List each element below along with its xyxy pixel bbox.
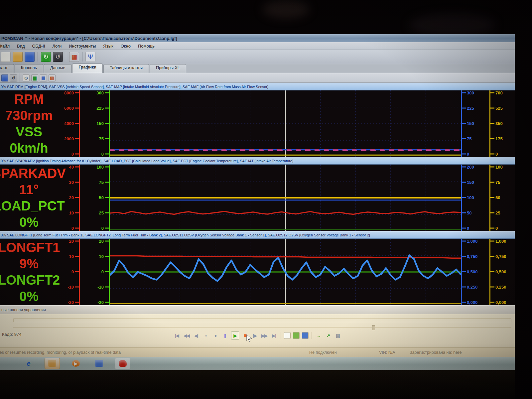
menu-Помощь[interactable]: Помощь (134, 43, 158, 49)
record-pause-button[interactable]: • (202, 332, 209, 339)
bezel-reflection (409, 13, 495, 37)
save-log-button[interactable] (302, 332, 309, 339)
axis-tick: 0,750 (462, 254, 478, 259)
tab-Старт[interactable]: Старт (0, 64, 14, 73)
timeline-slider[interactable] (13, 327, 511, 328)
transport-separator (312, 332, 312, 339)
export-forward-button[interactable]: → (315, 332, 322, 339)
menu-ОБД-II[interactable]: ОБД-II (29, 43, 49, 49)
timeline-slider-thumb[interactable] (372, 325, 375, 330)
param-name: LONGFT1 (0, 241, 60, 254)
save-icon[interactable] (25, 52, 35, 62)
frame-counter: Кадр: 974 (2, 332, 22, 337)
tab-Графики[interactable]: Графики (72, 64, 103, 73)
param-name: LONGFT2 (0, 273, 60, 287)
step-back-button[interactable]: ◀| (193, 332, 200, 339)
gauge-icon[interactable]: ⊙ (23, 74, 30, 81)
menu-Логи[interactable]: Логи (49, 43, 66, 49)
disconnect-icon[interactable]: ↺ (53, 52, 63, 62)
axis-tick: 0 (101, 269, 109, 274)
menu-bar: ФайлВидОБД-IIЛогиИнструментыЯзыкОкноПомо… (0, 42, 515, 50)
panel-header[interactable]: 0% SAE.SPARKADV [Ignition Timing Advance… (0, 157, 515, 165)
export-grid-button[interactable]: ▤ (334, 332, 341, 339)
axis-tick: -10 (67, 285, 79, 290)
axis-tick: 75 (99, 136, 109, 141)
axis-longft1: 20100-10-20 (63, 239, 80, 305)
axis-tick: 300 (96, 90, 109, 95)
dock-panels-bar[interactable]: ные панели управления (0, 305, 515, 314)
tab-Таблицы и карты[interactable]: Таблицы и карты (103, 64, 149, 73)
axis-tick: 75 (99, 180, 109, 185)
axis-map: 300225150750 (461, 90, 484, 157)
new-file-icon[interactable] (1, 52, 11, 62)
rewind-button[interactable]: ◀◀ (183, 332, 190, 339)
tab-Приборы XL[interactable]: Приборы XL (150, 64, 186, 73)
skip-end-button[interactable]: ▶| (270, 332, 278, 339)
skip-start-button[interactable]: |◀ (173, 332, 181, 339)
tab-Данные[interactable]: Данные (44, 64, 71, 73)
axis-tick: -10 (97, 285, 109, 290)
fast-forward-button[interactable]: ▶▶ (261, 332, 268, 339)
menu-Файл[interactable]: Файл (0, 43, 13, 49)
graph-panel-rpm-vss: 0% SAE.RPM [Engine RPM], SAE.VSS [Vehicl… (0, 83, 515, 157)
axis-tick: 0,250 (490, 285, 506, 290)
axis-tick: 0 (462, 152, 469, 157)
axis-o2s12: 1,0000,7500,5000,2500,000 (489, 239, 515, 305)
menu-Инструменты[interactable]: Инструменты (65, 43, 99, 49)
axis-tick: 150 (462, 180, 474, 185)
bezel-bottom (0, 370, 515, 399)
taskbar-messenger-icon (95, 360, 103, 367)
menu-Вид[interactable]: Вид (13, 43, 29, 49)
taskbar-explorer-icon[interactable] (45, 358, 60, 369)
title-bar[interactable]: PCMSCAN™ - Новая конфигурация* - [C:\Use… (0, 34, 515, 42)
axis-tick: 30 (69, 180, 79, 185)
axis-tick: 8000 (64, 90, 79, 95)
menu-Окно[interactable]: Окно (117, 43, 134, 49)
axis-tick: 150 (462, 121, 474, 126)
export-up-button[interactable]: ↗ (325, 332, 332, 339)
timeline-groove (13, 318, 511, 322)
mouse-cursor (246, 334, 253, 343)
open-file-icon[interactable] (13, 52, 23, 62)
plot-area[interactable] (110, 239, 461, 305)
param-name: SPARKADV (0, 167, 66, 180)
axis-tick: 700 (490, 90, 503, 95)
new-log-button[interactable] (284, 332, 291, 339)
tab-Консоль[interactable]: Консоль (15, 64, 43, 73)
windows-taskbar: e▶ (0, 357, 515, 370)
chart-icon[interactable]: ▆ (31, 74, 38, 81)
connection-status: Не подключен (309, 350, 337, 355)
axis-tick: 0,500 (462, 269, 478, 274)
taskbar-ie-icon[interactable]: e (21, 358, 36, 369)
bezel-reflection (263, 0, 309, 18)
menu-Язык[interactable]: Язык (99, 43, 117, 49)
table-icon[interactable]: ▦ (40, 74, 47, 81)
map-icon[interactable]: ▨ (49, 74, 56, 81)
axis-tick: 0,750 (490, 254, 506, 259)
plot-area[interactable] (110, 90, 461, 157)
param-value: 730rpm (5, 109, 53, 122)
taskbar-messenger-icon[interactable] (92, 358, 106, 369)
record-button[interactable]: ● (212, 332, 219, 339)
plug-icon[interactable]: Ψ (85, 52, 95, 62)
toolbar-separator (82, 52, 82, 62)
param-value: 9% (19, 257, 39, 271)
param-name: VSS (16, 125, 42, 139)
dashboard-select-icon[interactable]: ▦ (69, 52, 79, 62)
play-button[interactable]: ▶ (231, 332, 239, 339)
axis-tick: 25 (490, 210, 500, 215)
pause-button[interactable]: || (221, 332, 229, 339)
open-log-button[interactable] (293, 332, 300, 339)
axis-tick: 0,250 (462, 285, 478, 290)
connect-icon[interactable]: ↻ (41, 52, 51, 62)
export-icon[interactable]: ↺ (10, 74, 17, 81)
axis-tick: 6000 (64, 106, 79, 111)
dock-panels-label: ные панели управления (1, 308, 46, 312)
panel-header[interactable]: 0% SAE.RPM [Engine RPM], SAE.VSS [Vehicl… (0, 83, 515, 90)
panel-header[interactable]: 0% SAE.LONGFT1 [Long Term Fuel Trim - Ba… (0, 231, 515, 239)
taskbar-pcmscan-car-icon[interactable] (115, 358, 130, 369)
taskbar-mediaplayer-icon[interactable]: ▶ (68, 358, 83, 369)
axis-gap (484, 165, 489, 231)
plot-area[interactable] (110, 165, 461, 231)
save-log-icon[interactable] (1, 74, 8, 81)
